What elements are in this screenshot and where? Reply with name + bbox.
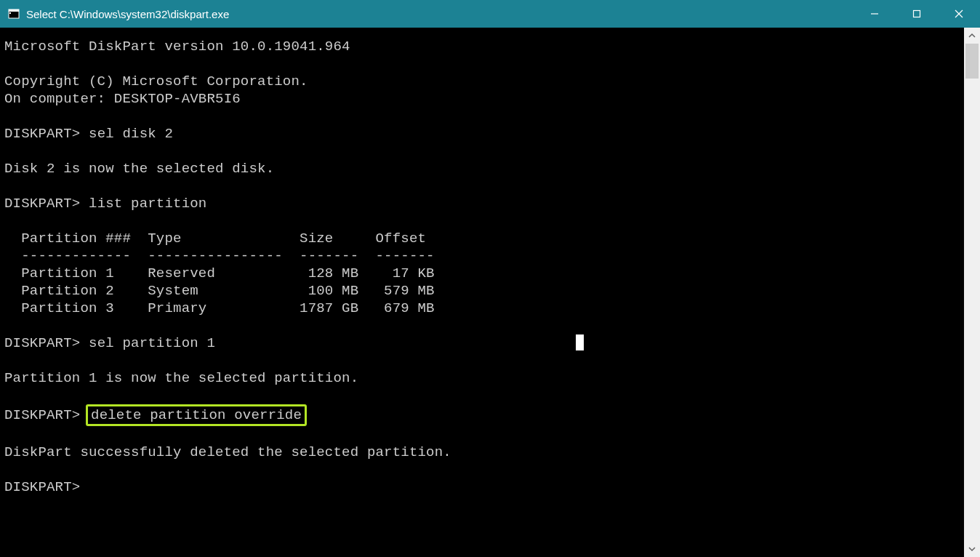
prompt: DISKPART> xyxy=(4,196,80,212)
console-window: Select C:\Windows\system32\diskpart.exe … xyxy=(0,0,980,557)
window-title: Select C:\Windows\system32\diskpart.exe xyxy=(26,8,229,20)
msg-disk-selected: Disk 2 is now the selected disk. xyxy=(4,161,274,177)
maximize-button[interactable] xyxy=(896,0,938,28)
client-area: Microsoft DiskPart version 10.0.19041.96… xyxy=(0,28,980,557)
prompt: DISKPART> xyxy=(4,126,80,142)
selection-cursor xyxy=(576,334,584,350)
scroll-thumb[interactable] xyxy=(965,44,979,79)
svg-rect-1 xyxy=(9,9,19,12)
minimize-button[interactable] xyxy=(854,0,896,28)
prompt: DISKPART> xyxy=(4,407,80,423)
line-version: Microsoft DiskPart version 10.0.19041.96… xyxy=(4,39,350,55)
titlebar[interactable]: Select C:\Windows\system32\diskpart.exe xyxy=(0,0,980,28)
cmd-list-partition: list partition xyxy=(80,196,206,212)
close-button[interactable] xyxy=(938,0,980,28)
scroll-down-button[interactable] xyxy=(964,541,980,557)
table-row: Partition 2 System 100 MB 579 MB xyxy=(4,283,435,299)
prompt: DISKPART> xyxy=(4,479,80,495)
scroll-up-button[interactable] xyxy=(964,28,980,44)
svg-rect-2 xyxy=(9,12,11,14)
table-header: Partition ### Type Size Offset xyxy=(4,231,426,247)
line-copyright: Copyright (C) Microsoft Corporation. xyxy=(4,73,308,89)
table-row: Partition 3 Primary 1787 GB 679 MB xyxy=(4,300,435,316)
msg-partition-selected: Partition 1 is now the selected partitio… xyxy=(4,370,358,386)
vertical-scrollbar[interactable] xyxy=(964,28,980,557)
app-icon xyxy=(7,7,20,20)
table-row: Partition 1 Reserved 128 MB 17 KB xyxy=(4,265,435,281)
terminal-output[interactable]: Microsoft DiskPart version 10.0.19041.96… xyxy=(0,28,964,557)
cmd-sel-disk: sel disk 2 xyxy=(80,126,173,142)
cmd-delete-override: delete partition override xyxy=(91,407,302,423)
prompt: DISKPART> xyxy=(4,335,80,351)
svg-rect-4 xyxy=(914,11,920,17)
cmd-sel-partition: sel partition 1 xyxy=(80,335,215,351)
table-divider: ------------- ---------------- ------- -… xyxy=(4,248,435,264)
line-computer: On computer: DESKTOP-AVBR5I6 xyxy=(4,91,241,107)
highlighted-command: delete partition override xyxy=(86,404,307,426)
msg-deleted: DiskPart successfully deleted the select… xyxy=(4,444,451,460)
